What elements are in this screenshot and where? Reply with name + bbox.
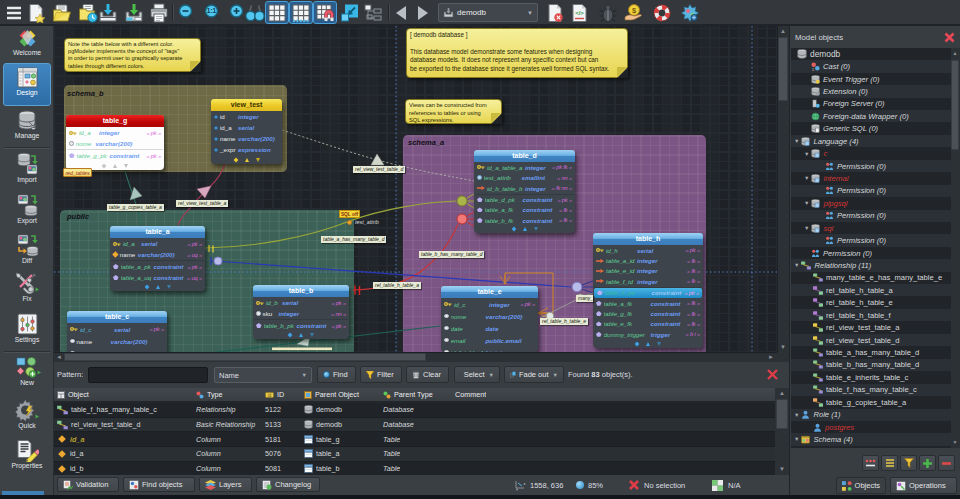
svg-text:id: id xyxy=(268,392,272,397)
svg-text:1.: 1. xyxy=(812,68,815,71)
svg-text:1:1: 1:1 xyxy=(207,7,217,14)
svg-text:</>: </> xyxy=(575,10,584,16)
